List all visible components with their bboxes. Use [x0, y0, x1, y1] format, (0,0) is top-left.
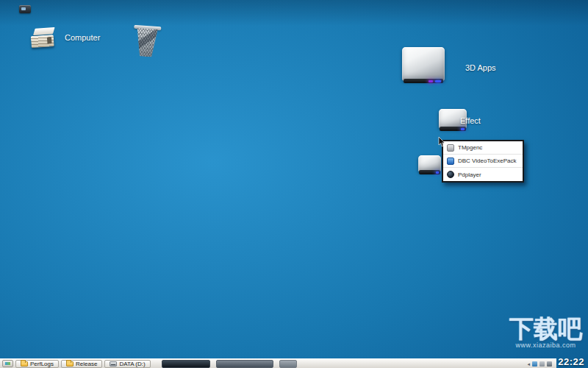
- recycle-bin-icon: [132, 25, 162, 57]
- computer-label: Computer: [65, 33, 100, 42]
- tray-expand-icon[interactable]: ◂: [527, 361, 530, 367]
- computer-icon-body: [31, 35, 54, 48]
- watermark-title: 下载吧: [509, 316, 582, 341]
- start-button[interactable]: [2, 360, 13, 367]
- taskbar-window-button-2[interactable]: [216, 360, 273, 368]
- desktop-background: Computer 3D Apps Effect: [0, 0, 588, 368]
- taskbar-button-label: Release: [76, 361, 97, 367]
- folder-icon: [21, 361, 28, 367]
- drive-icon: [418, 155, 441, 172]
- folder-icon: [66, 361, 74, 367]
- watermark: 下载吧 www.xiazaiba.com: [509, 316, 582, 349]
- desktop-icon-drive-tools[interactable]: [418, 155, 441, 172]
- drive-led-blue: [435, 80, 441, 82]
- desktop-icon-recycle-bin[interactable]: [133, 26, 160, 57]
- taskbar-button-release[interactable]: Release: [61, 360, 102, 368]
- mouse-cursor: [438, 137, 445, 147]
- menu-item-pdplayer[interactable]: Pdplayer: [443, 168, 523, 181]
- menu-item-label: TMpgenc: [458, 144, 482, 151]
- taskbar-clock[interactable]: 22:22: [558, 356, 584, 367]
- system-icon[interactable]: [547, 361, 552, 367]
- video-converter-icon: [447, 158, 454, 165]
- drive-led-blue: [461, 128, 465, 130]
- volume-icon[interactable]: [539, 361, 545, 367]
- menu-item-dbc-videotoexepack[interactable]: DBC VideoToExePack: [443, 155, 523, 168]
- tmpgenc-app-icon: [447, 144, 454, 152]
- taskbar-window-button-1[interactable]: [162, 360, 210, 368]
- menu-item-tmpgenc[interactable]: TMpgenc: [443, 141, 523, 155]
- desktop-icon-drive-3dapps[interactable]: [402, 47, 445, 81]
- player-icon: [447, 171, 454, 178]
- taskbar-button-label: PerfLogs: [30, 361, 54, 367]
- taskbar: PerfLogs Release DATA (D:) ◂: [0, 358, 556, 368]
- taskbar-window-button-3[interactable]: [279, 360, 297, 368]
- context-menu: TMpgenc DBC VideoToExePack Pdplayer: [442, 140, 524, 183]
- taskbar-button-label: DATA (D:): [119, 361, 145, 367]
- drive-led-purple: [429, 80, 433, 82]
- system-tray: ◂: [527, 361, 554, 367]
- recycle-bin-body: [134, 28, 160, 57]
- menu-item-label: Pdplayer: [458, 171, 481, 178]
- watermark-url: www.xiazaiba.com: [509, 342, 582, 349]
- drive-effect-label: Effect: [460, 116, 481, 125]
- desktop-icon-computer[interactable]: Computer: [31, 28, 100, 49]
- drive-3dapps-label: 3D Apps: [465, 63, 496, 72]
- corner-menu-icon[interactable]: [19, 5, 31, 13]
- taskbar-button-perflogs[interactable]: PerfLogs: [15, 360, 59, 368]
- menu-item-label: DBC VideoToExePack: [458, 158, 516, 164]
- drive-led-blue: [436, 171, 439, 174]
- network-icon[interactable]: [532, 361, 537, 367]
- taskbar-button-data-d[interactable]: DATA (D:): [104, 360, 150, 368]
- drive-icon: [402, 47, 445, 81]
- computer-icon: [30, 27, 57, 49]
- drive-icon: [110, 361, 117, 367]
